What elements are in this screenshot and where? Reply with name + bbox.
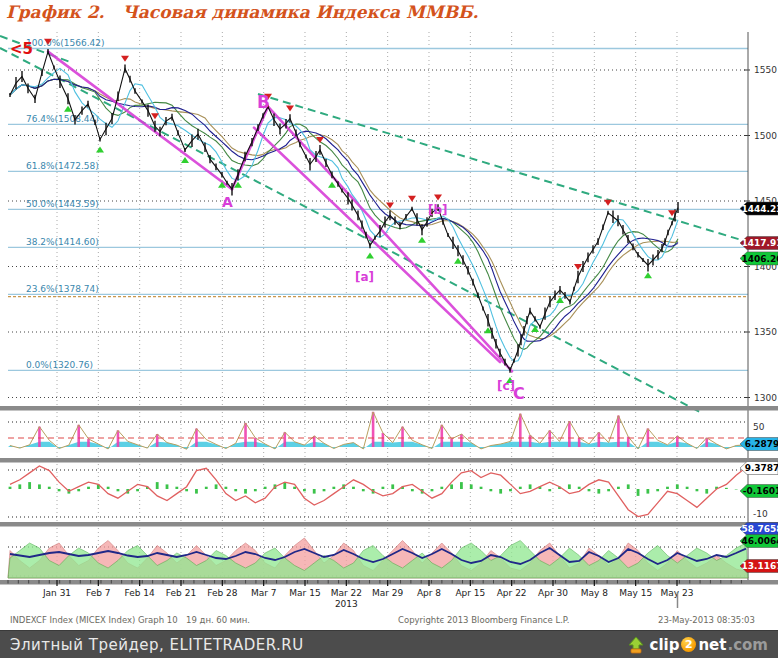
panel2-bar	[195, 489, 198, 494]
date-label: Apr 22	[497, 588, 527, 598]
panel2-bar	[9, 487, 12, 489]
panel2-bar	[18, 484, 21, 489]
panel2-bar	[58, 489, 61, 491]
panel2-bar	[666, 487, 669, 489]
panel2-bar	[224, 487, 227, 489]
panel2-bar	[597, 489, 600, 494]
panel2-bar	[166, 484, 169, 489]
chart-window: 100.0%(1566.42)76.4%(1508.44)61.8%(1472.…	[0, 0, 778, 658]
panel2-bar	[362, 489, 365, 491]
panel2-bar	[411, 489, 414, 491]
panel2-bar	[548, 489, 551, 491]
panel-separator	[0, 522, 778, 527]
wave-annotation: [a]	[355, 270, 374, 284]
panel2-bar	[234, 489, 237, 491]
panel2-bar	[175, 487, 178, 489]
buy-marker-icon	[454, 258, 462, 264]
fibonacci-label: 50.0%(1443.59)	[26, 199, 99, 209]
panel2-bar	[686, 487, 689, 489]
wave-annotation: B	[257, 92, 270, 112]
panel1-spike	[401, 427, 404, 447]
date-label: Apr 8	[417, 588, 441, 598]
datetime-label: 23-May-2013 08:35:03	[658, 615, 755, 625]
panel2-bar	[627, 484, 630, 489]
clip2net-com-text: .com	[727, 636, 768, 654]
price-badge-label: 13.1167	[742, 561, 778, 571]
wave-line	[254, 128, 500, 362]
date-label: Apr 15	[455, 588, 485, 598]
panel2-bar	[607, 489, 610, 491]
panel2-bar	[499, 489, 502, 494]
panel2-line	[10, 466, 746, 517]
date-label: Mar 29	[372, 588, 404, 598]
panel2-bar	[117, 489, 120, 491]
panel2-bar	[28, 482, 31, 489]
panel2-bar	[303, 489, 306, 491]
clip2net-two-badge: 2	[681, 637, 696, 652]
panel2-bar	[460, 482, 463, 489]
clip2net-logo[interactable]: clip 2 net .com	[627, 636, 768, 654]
sell-marker-icon	[286, 105, 294, 111]
fibonacci-label: 23.6%(1378.74)	[26, 284, 99, 294]
panel2-bar	[431, 489, 434, 491]
panel2-bar	[656, 489, 659, 491]
panel2-bar	[578, 487, 581, 489]
sell-marker-icon	[604, 200, 612, 206]
buy-marker-icon	[96, 146, 104, 152]
date-label: Mar 15	[289, 588, 320, 598]
axis-label: 1550	[754, 65, 777, 75]
price-badge-label: 6.2879	[745, 439, 778, 449]
panel1-spike	[77, 425, 80, 447]
moving-average	[10, 79, 678, 341]
date-label: Jan 31	[42, 588, 71, 598]
panel2-bar	[617, 487, 620, 489]
panel1-spike	[598, 432, 601, 447]
panel1-spike	[382, 433, 385, 447]
panel2-bar	[568, 484, 571, 489]
status-bar: INDEXCF Index (MICEX Index) Graph 10 19 …	[0, 609, 778, 630]
panel2-bar	[323, 489, 326, 491]
buy-marker-icon	[328, 182, 336, 188]
fibonacci-label: 0.0%(1320.76)	[26, 360, 93, 370]
date-label: May 8	[581, 588, 608, 598]
panel2-bar	[87, 487, 90, 489]
panel2-bar	[254, 489, 257, 491]
panel2-bar	[391, 484, 394, 489]
buy-marker-icon	[181, 157, 189, 163]
panel1-spike	[254, 438, 257, 447]
panel1-spike	[548, 430, 551, 447]
wave-annotation: C	[513, 384, 525, 403]
panel2-bar	[205, 487, 208, 489]
fibonacci-label: 76.4%(1508.44)	[26, 114, 99, 124]
panel2-bar	[696, 489, 699, 491]
panel1-spike	[529, 435, 532, 447]
panel2-bar	[470, 484, 473, 489]
panel1-spike	[568, 421, 571, 447]
panel2-bar	[440, 487, 443, 489]
copyright-label: Copyrightє 2013 Bloomberg Finance L.P.	[398, 615, 569, 625]
instrument-label: INDEXCF Index (MICEX Index) Graph 10	[10, 615, 178, 625]
dashed-trendline	[0, 48, 700, 412]
footer-bar: Элитный Трейдер, ELITETRADER.RU clip 2 n…	[0, 630, 778, 658]
buy-marker-icon	[644, 272, 652, 278]
panel2-axis-label: -10	[753, 509, 768, 519]
price-badge-label: 1406.20	[742, 254, 778, 264]
panel2-bar	[637, 489, 640, 496]
price-badge-label: 46.0064	[742, 536, 778, 546]
panel1-spike	[244, 423, 247, 447]
panel2-bar	[725, 488, 728, 489]
sell-marker-icon	[151, 113, 159, 119]
sell-marker-icon	[408, 196, 416, 202]
panel1-spike	[617, 416, 620, 447]
bloomberg-price-chart[interactable]: 100.0%(1566.42)76.4%(1508.44)61.8%(1472.…	[0, 0, 778, 630]
panel2-bar	[676, 484, 679, 489]
axis-label: 1350	[754, 327, 777, 337]
buy-marker-icon	[366, 253, 374, 259]
sell-marker-icon	[434, 195, 442, 201]
panel2-bar	[588, 489, 591, 491]
panel2-bar	[519, 487, 522, 489]
panel1-spike	[519, 414, 522, 447]
wave-annotation: <5	[10, 40, 33, 58]
panel2-bar	[313, 489, 316, 494]
panel2-bar	[450, 484, 453, 489]
